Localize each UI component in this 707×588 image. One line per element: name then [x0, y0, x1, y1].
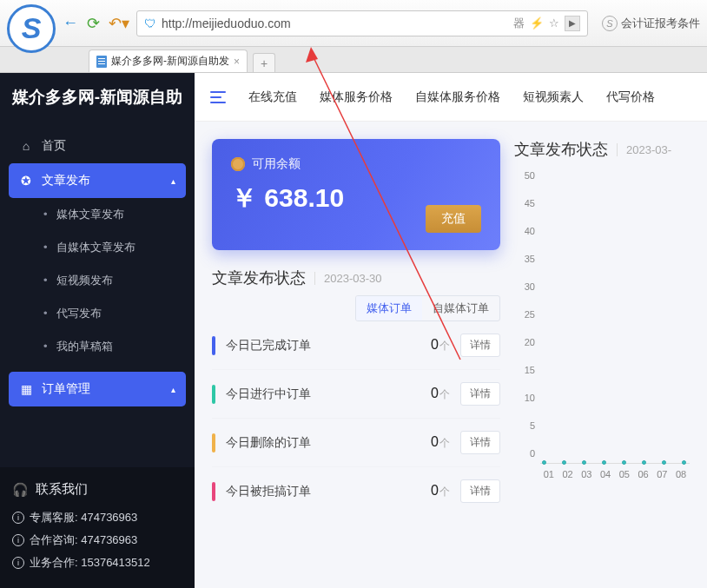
data-point: [642, 460, 646, 465]
status-bar: [212, 482, 215, 501]
topnav-item[interactable]: 媒体服务价格: [320, 89, 393, 105]
sidebar-item-publish[interactable]: ✪ 文章发布 ▴: [9, 163, 186, 198]
order-tabs: 媒体订单 自媒体订单: [355, 295, 500, 321]
sidebar-subitem[interactable]: 自媒体文章发布: [9, 231, 186, 264]
right-column: 文章发布状态 2023-03- 05101520253035404550 010…: [514, 139, 690, 571]
order-label: 今日被拒搞订单: [226, 484, 420, 499]
tab-selfmedia-orders[interactable]: 自媒体订单: [422, 296, 499, 320]
qr-icon[interactable]: 器: [513, 16, 525, 31]
panel-title-row: 文章发布状态 2023-03-30: [212, 268, 500, 288]
data-point: [562, 460, 566, 465]
address-bar[interactable]: 🛡 http://meijieduoduo.com 器 ⚡ ☆ ▶: [136, 10, 588, 36]
brand-title: 媒介多多网-新闻源自助: [0, 73, 195, 122]
order-row: 今日进行中订单0个详情: [212, 370, 500, 419]
y-tick: 50: [525, 170, 535, 181]
url-right-icons: 器 ⚡ ☆ ▶: [513, 16, 580, 31]
list-icon: ▦: [19, 382, 33, 396]
undo-icon[interactable]: ↶▾: [109, 14, 129, 33]
sidebar-subitem[interactable]: 短视频发布: [9, 264, 186, 297]
x-axis: 0102030405060708: [540, 469, 690, 479]
sidebar-subitem[interactable]: 代写发布: [9, 297, 186, 330]
status-bar: [212, 336, 215, 355]
detail-button[interactable]: 详情: [460, 334, 500, 357]
tab-strip: 媒介多多网-新闻源自助发 × +: [0, 47, 707, 73]
order-row: 今日删除的订单0个详情: [212, 419, 500, 467]
y-tick: 45: [525, 198, 535, 208]
right-panel-title-row: 文章发布状态 2023-03-: [514, 139, 690, 160]
y-tick: 30: [525, 281, 535, 292]
side-search[interactable]: S 会计证报考条件: [595, 16, 700, 31]
data-line: [542, 460, 686, 465]
tab-media-orders[interactable]: 媒体订单: [356, 296, 422, 320]
tab-title: 媒介多多网-新闻源自助发: [111, 54, 229, 69]
x-tick: 05: [616, 469, 633, 479]
panel-date: 2023-03-30: [314, 272, 382, 285]
browser-tab[interactable]: 媒介多多网-新闻源自助发 ×: [89, 50, 248, 72]
topnav-item[interactable]: 代写价格: [606, 89, 655, 105]
contact-row: i业务合作: 15376413512: [12, 552, 182, 574]
plot-area: [540, 186, 690, 464]
new-tab-button[interactable]: +: [253, 53, 275, 72]
contact-row: i合作咨询: 474736963: [12, 529, 182, 552]
y-tick: 15: [525, 365, 535, 375]
panel-title: 文章发布状态: [212, 268, 306, 288]
y-tick: 0: [530, 448, 535, 459]
data-point: [602, 460, 606, 465]
compass-icon: ✪: [19, 174, 33, 188]
right-panel-title: 文章发布状态: [514, 139, 608, 160]
detail-button[interactable]: 详情: [460, 431, 500, 454]
sidebar-item-orders[interactable]: ▦ 订单管理 ▴: [9, 372, 186, 406]
data-point: [662, 460, 666, 465]
chart: 05101520253035404550 0102030405060708: [514, 160, 690, 490]
refresh-icon[interactable]: ⟳: [87, 14, 100, 33]
chevron-up-icon: ▴: [171, 385, 175, 394]
main: 在线充值媒体服务价格自媒体服务价格短视频素人代写价格 可用余额 ￥ 638.10…: [195, 73, 707, 588]
contact-heading: 🎧 联系我们: [12, 481, 182, 498]
close-icon[interactable]: ×: [234, 56, 240, 68]
url-text: http://meijieduoduo.com: [162, 17, 508, 30]
bolt-icon[interactable]: ⚡: [530, 17, 544, 30]
status-bar: [212, 385, 215, 404]
data-point: [542, 460, 546, 465]
y-tick: 35: [525, 254, 535, 264]
y-tick: 40: [525, 226, 535, 236]
topnav-item[interactable]: 短视频素人: [523, 89, 584, 105]
status-bar: [212, 433, 215, 453]
info-icon: i: [12, 557, 24, 569]
order-label: 今日已完成订单: [226, 338, 420, 353]
back-icon[interactable]: ←: [63, 14, 78, 32]
sidebar-subitem[interactable]: 媒体文章发布: [9, 198, 186, 231]
left-column: 可用余额 ￥ 638.10 充值 文章发布状态 2023-03-30 媒体订单: [212, 139, 500, 571]
star-icon[interactable]: ☆: [549, 17, 559, 30]
menu-toggle-icon[interactable]: [210, 91, 226, 103]
coin-icon: [231, 157, 245, 171]
order-count: 0个: [431, 386, 450, 402]
recharge-button[interactable]: 充值: [426, 205, 481, 233]
y-axis: 05101520253035404550: [514, 186, 539, 464]
balance-card: 可用余额 ￥ 638.10 充值: [212, 139, 500, 250]
content: 可用余额 ￥ 638.10 充值 文章发布状态 2023-03-30 媒体订单: [195, 122, 707, 588]
order-count: 0个: [431, 337, 450, 353]
detail-button[interactable]: 详情: [460, 382, 500, 406]
s-icon: S: [602, 16, 618, 31]
sidebar-subitem[interactable]: 我的草稿箱: [9, 330, 186, 363]
x-tick: 06: [635, 469, 652, 479]
sidebar-item-home[interactable]: ⌂ 首页: [9, 129, 186, 163]
side-search-text: 会计证报考条件: [621, 16, 700, 31]
x-tick: 07: [654, 469, 671, 479]
x-tick: 01: [540, 469, 558, 479]
info-icon: i: [12, 534, 24, 546]
sidebar-item-label: 订单管理: [42, 381, 90, 397]
order-count: 0个: [431, 434, 450, 451]
shield-icon: 🛡: [144, 17, 156, 30]
headset-icon: 🎧: [12, 482, 29, 498]
browser-toolbar: S ← ⟳ ↶▾ 🛡 http://meijieduoduo.com 器 ⚡ ☆…: [0, 0, 707, 47]
info-icon: i: [12, 512, 24, 524]
detail-button[interactable]: 详情: [460, 479, 500, 503]
go-icon[interactable]: ▶: [565, 16, 580, 31]
topnav-item[interactable]: 在线充值: [248, 89, 297, 105]
topnav-item[interactable]: 自媒体服务价格: [415, 89, 500, 105]
data-point: [682, 460, 686, 465]
x-tick: 02: [559, 469, 577, 479]
status-panel: 文章发布状态 2023-03-30 媒体订单 自媒体订单 今日已完成订单0个详情…: [212, 268, 500, 515]
